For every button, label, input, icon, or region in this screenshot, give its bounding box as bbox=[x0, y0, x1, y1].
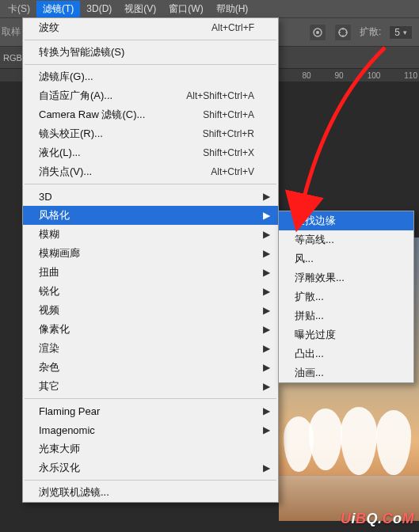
submenu-item-label: 凸出... bbox=[295, 347, 324, 361]
menu-item-label: 自适应广角(A)... bbox=[39, 89, 112, 103]
submenu-arrow-icon: ▶ bbox=[263, 229, 270, 240]
menu-convert-label: 转换为智能滤镜(S) bbox=[39, 45, 124, 59]
submenu-arrow-icon: ▶ bbox=[263, 405, 270, 416]
menu-item-label: 像素化 bbox=[39, 322, 70, 336]
menubar-cutoff-left: 卡(S) bbox=[2, 1, 36, 17]
menu-item-label: 杂色 bbox=[39, 360, 59, 374]
caret-down-icon: ▾ bbox=[403, 28, 407, 36]
submenu-arrow-icon: ▶ bbox=[263, 305, 270, 316]
menu-render[interactable]: 渲染 ▶ bbox=[23, 339, 278, 358]
menu-distort[interactable]: 扭曲 ▶ bbox=[23, 263, 278, 282]
menu-item-label: 滤镜库(G)... bbox=[39, 70, 93, 84]
ruler-tick: 90 bbox=[335, 71, 344, 80]
menu-item-shortcut: Alt+Shift+Ctrl+A bbox=[186, 90, 254, 101]
menu-video[interactable]: 视频 ▶ bbox=[23, 301, 278, 320]
menu-item-label: Camera Raw 滤镜(C)... bbox=[39, 108, 145, 122]
menu-lens-correction[interactable]: 镜头校正(R)... Shift+Ctrl+R bbox=[23, 124, 278, 143]
target-button[interactable] bbox=[334, 24, 352, 41]
submenu-solarize[interactable]: 曝光过度 bbox=[279, 325, 413, 344]
menubar-window[interactable]: 窗口(W) bbox=[162, 1, 209, 17]
submenu-oil-paint[interactable]: 油画... bbox=[279, 363, 413, 382]
submenu-item-label: 浮雕效果... bbox=[295, 271, 345, 285]
menu-blur[interactable]: 模糊 ▶ bbox=[23, 225, 278, 244]
menubar-view[interactable]: 视图(V) bbox=[118, 1, 162, 17]
menu-item-label: 其它 bbox=[39, 379, 59, 393]
submenu-arrow-icon: ▶ bbox=[263, 267, 270, 278]
submenu-arrow-icon: ▶ bbox=[263, 462, 270, 473]
menu-item-shortcut: Alt+Ctrl+V bbox=[211, 166, 254, 177]
menu-filter-gallery[interactable]: 滤镜库(G)... bbox=[23, 67, 278, 86]
menu-item-label: 消失点(V)... bbox=[39, 165, 92, 179]
pressure-opacity-button[interactable] bbox=[309, 24, 326, 41]
submenu-arrow-icon: ▶ bbox=[263, 381, 270, 392]
submenu-diffuse[interactable]: 扩散... bbox=[279, 287, 413, 306]
submenu-extrude[interactable]: 凸出... bbox=[279, 344, 413, 363]
submenu-find-edges[interactable]: 查找边缘 bbox=[279, 211, 413, 230]
submenu-emboss[interactable]: 浮雕效果... bbox=[279, 268, 413, 287]
submenu-wind[interactable]: 风... bbox=[279, 249, 413, 268]
submenu-trace-contour[interactable]: 等高线... bbox=[279, 230, 413, 249]
submenu-arrow-icon: ▶ bbox=[263, 424, 270, 435]
menu-pixelate[interactable]: 像素化 ▶ bbox=[23, 320, 278, 339]
menu-stylize[interactable]: 风格化 ▶ bbox=[23, 206, 278, 225]
menubar-filter[interactable]: 滤镜(T) bbox=[36, 1, 80, 17]
menu-item-label: 风格化 bbox=[39, 208, 70, 222]
menu-yongle[interactable]: 永乐汉化 ▶ bbox=[23, 458, 278, 477]
submenu-tiles[interactable]: 拼贴... bbox=[279, 306, 413, 325]
menu-item-label: 模糊 bbox=[39, 227, 59, 241]
menu-item-shortcut: Shift+Ctrl+R bbox=[203, 128, 254, 139]
menu-other[interactable]: 其它 ▶ bbox=[23, 377, 278, 396]
submenu-arrow-icon: ▶ bbox=[263, 362, 270, 373]
submenu-item-label: 查找边缘 bbox=[295, 214, 336, 228]
menu-browse-online[interactable]: 浏览联机滤镜... bbox=[23, 483, 278, 502]
menu-liquify[interactable]: 液化(L)... Shift+Ctrl+X bbox=[23, 143, 278, 162]
options-left-cutoff: 取样 bbox=[2, 25, 21, 39]
menubar-3d[interactable]: 3D(D) bbox=[80, 2, 118, 16]
menu-flaming-pear[interactable]: Flaming Pear ▶ bbox=[23, 401, 278, 420]
submenu-arrow-icon: ▶ bbox=[263, 210, 270, 221]
menu-vanishing-point[interactable]: 消失点(V)... Alt+Ctrl+V bbox=[23, 162, 278, 181]
submenu-arrow-icon: ▶ bbox=[263, 324, 270, 335]
submenu-item-label: 油画... bbox=[295, 366, 324, 380]
filter-menu: 波纹 Alt+Ctrl+F 转换为智能滤镜(S) 滤镜库(G)... 自适应广角… bbox=[22, 17, 279, 503]
menu-item-shortcut: Shift+Ctrl+A bbox=[203, 109, 254, 120]
watermark-text: UiBQ.CoM bbox=[341, 511, 414, 527]
menu-separator bbox=[25, 398, 276, 399]
menu-sharpen[interactable]: 锐化 ▶ bbox=[23, 282, 278, 301]
ruler-tick: 80 bbox=[302, 71, 310, 80]
menu-last-filter[interactable]: 波纹 Alt+Ctrl+F bbox=[23, 18, 278, 37]
app-menubar: 卡(S) 滤镜(T) 3D(D) 视图(V) 窗口(W) 帮助(H) bbox=[0, 0, 419, 17]
submenu-arrow-icon: ▶ bbox=[263, 343, 270, 354]
submenu-item-label: 等高线... bbox=[295, 233, 334, 247]
menu-item-label: 镜头校正(R)... bbox=[39, 127, 103, 141]
diffuse-label: 扩散: bbox=[360, 25, 381, 39]
diffuse-value-text: 5 bbox=[394, 27, 400, 38]
menu-imagenomic[interactable]: Imagenomic ▶ bbox=[23, 420, 278, 439]
ruler-tick: 110 bbox=[404, 71, 417, 80]
menu-item-label: 视频 bbox=[39, 303, 59, 317]
menu-lightbeam-master[interactable]: 光束大师 bbox=[23, 439, 278, 458]
menu-convert-smart-filter[interactable]: 转换为智能滤镜(S) bbox=[23, 43, 278, 62]
submenu-arrow-icon: ▶ bbox=[263, 248, 270, 259]
menu-last-filter-shortcut: Alt+Ctrl+F bbox=[211, 22, 254, 33]
menu-adaptive-wide-angle[interactable]: 自适应广角(A)... Alt+Shift+Ctrl+A bbox=[23, 86, 278, 105]
submenu-item-label: 曝光过度 bbox=[295, 328, 336, 342]
diffuse-value-input[interactable]: 5 ▾ bbox=[389, 25, 413, 40]
menu-3d[interactable]: 3D ▶ bbox=[23, 187, 278, 206]
menu-item-label: 3D bbox=[39, 191, 52, 203]
submenu-item-label: 拼贴... bbox=[295, 309, 324, 323]
ruler-tick: 100 bbox=[368, 71, 381, 80]
menubar-help[interactable]: 帮助(H) bbox=[210, 1, 255, 17]
menu-item-label: 渲染 bbox=[39, 341, 59, 355]
menu-blur-gallery[interactable]: 模糊画廊 ▶ bbox=[23, 244, 278, 263]
menu-camera-raw[interactable]: Camera Raw 滤镜(C)... Shift+Ctrl+A bbox=[23, 105, 278, 124]
submenu-item-label: 风... bbox=[295, 252, 314, 266]
menu-separator bbox=[25, 184, 276, 184]
menu-item-label: 永乐汉化 bbox=[39, 461, 80, 475]
menu-item-label: Imagenomic bbox=[39, 424, 95, 436]
menu-item-label: 液化(L)... bbox=[39, 146, 81, 160]
menu-noise[interactable]: 杂色 ▶ bbox=[23, 358, 278, 377]
submenu-item-label: 扩散... bbox=[295, 290, 324, 304]
menu-last-filter-label: 波纹 bbox=[39, 21, 59, 35]
submenu-arrow-icon: ▶ bbox=[263, 286, 270, 297]
